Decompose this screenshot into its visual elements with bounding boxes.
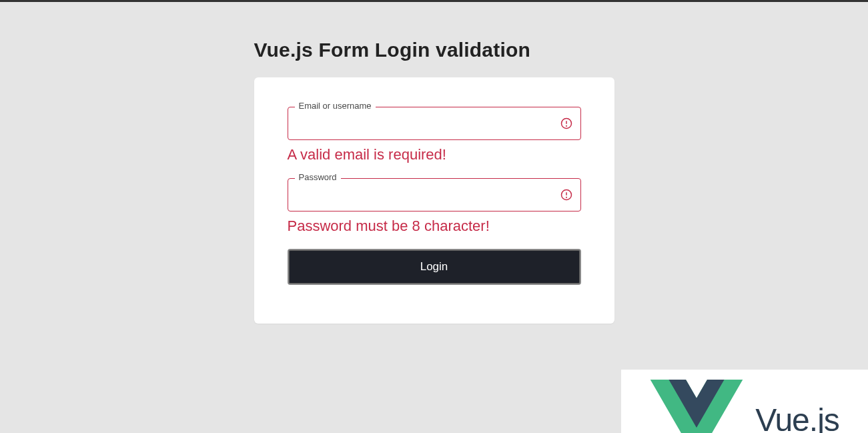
password-label: Password	[295, 172, 341, 182]
vue-badge: Vue.js	[621, 370, 868, 433]
password-field-group: Password Password must be 8 character!	[288, 178, 581, 236]
email-field-wrapper: Email or username	[288, 107, 581, 140]
vue-logo-text: Vue.js	[755, 402, 839, 434]
page-title: Vue.js Form Login validation	[254, 39, 614, 61]
email-error-text: A valid email is required!	[288, 145, 581, 165]
svg-point-5	[566, 197, 566, 197]
vue-logo-icon	[650, 380, 743, 433]
content-wrap: Vue.js Form Login validation Email or us…	[254, 39, 614, 324]
password-field-wrapper: Password	[288, 178, 581, 211]
login-button[interactable]: Login	[288, 249, 581, 285]
page-root: Vue.js Form Login validation Email or us…	[0, 39, 868, 433]
password-input[interactable]	[298, 189, 554, 201]
alert-icon	[560, 117, 572, 129]
password-error-text: Password must be 8 character!	[288, 217, 581, 236]
email-input[interactable]	[298, 117, 554, 129]
email-label: Email or username	[295, 101, 376, 111]
alert-icon	[560, 189, 572, 201]
login-card: Email or username A valid email is requi…	[254, 77, 614, 324]
svg-point-2	[566, 125, 566, 126]
email-field-group: Email or username A valid email is requi…	[288, 107, 581, 165]
